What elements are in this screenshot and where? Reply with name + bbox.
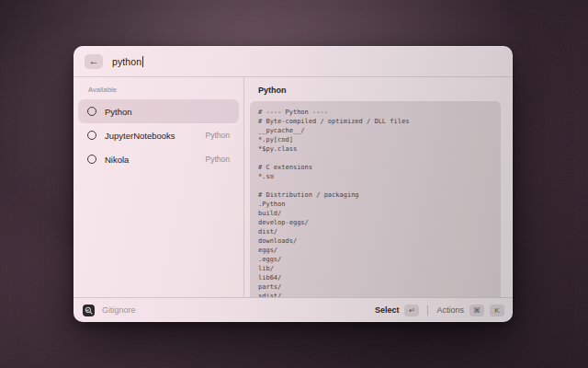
k-key-badge[interactable]: K <box>490 305 504 316</box>
search-input[interactable]: python <box>112 56 502 67</box>
back-arrow-icon: ← <box>89 56 99 66</box>
command-palette-window: ← python Available Python JupyterNoteboo… <box>74 46 513 322</box>
magnifier-icon <box>85 306 93 315</box>
list-item-label: Python <box>105 107 132 117</box>
action-bar-right: Select ↵ Actions ⌘ K <box>375 305 504 316</box>
select-action-label[interactable]: Select <box>375 305 400 315</box>
list-item-jupyternotebooks[interactable]: JupyterNotebooks Python <box>78 123 239 147</box>
action-bar-left: Gitignore <box>83 305 136 316</box>
search-query-text: python <box>112 56 141 67</box>
back-button[interactable]: ← <box>85 54 103 69</box>
cmd-key-badge[interactable]: ⌘ <box>469 305 484 316</box>
list-item-nikola[interactable]: Nikola Python <box>78 147 239 171</box>
gitignore-preview: # ---- Python ---- # Byte-compiled / opt… <box>250 101 501 297</box>
section-header-available: Available <box>88 86 239 94</box>
list-item-label: Nikola <box>105 155 129 165</box>
desktop-background: ← python Available Python JupyterNoteboo… <box>0 0 588 368</box>
text-caret <box>142 56 143 67</box>
circle-checkbox-icon <box>87 131 96 140</box>
list-item-label: JupyterNotebooks <box>105 131 175 141</box>
main-content: Available Python JupyterNotebooks Python… <box>74 77 513 297</box>
circle-checkbox-icon <box>87 155 96 164</box>
list-item-accessory: Python <box>206 155 230 164</box>
circle-checkbox-icon <box>87 107 96 116</box>
list-item-accessory: Python <box>206 131 230 140</box>
detail-title: Python <box>258 86 501 95</box>
detail-panel: Python # ---- Python ---- # Byte-compile… <box>244 77 513 297</box>
action-bar: Gitignore Select ↵ Actions ⌘ K <box>74 297 513 322</box>
enter-key-badge[interactable]: ↵ <box>404 305 419 316</box>
results-list: Available Python JupyterNotebooks Python… <box>74 77 243 297</box>
gitignore-search-app-icon <box>83 305 95 316</box>
list-item-python[interactable]: Python <box>78 99 239 123</box>
search-bar: ← python <box>74 46 513 77</box>
actions-menu-button[interactable]: Actions <box>436 305 464 315</box>
extension-name: Gitignore <box>102 305 136 315</box>
footer-divider <box>427 305 428 316</box>
